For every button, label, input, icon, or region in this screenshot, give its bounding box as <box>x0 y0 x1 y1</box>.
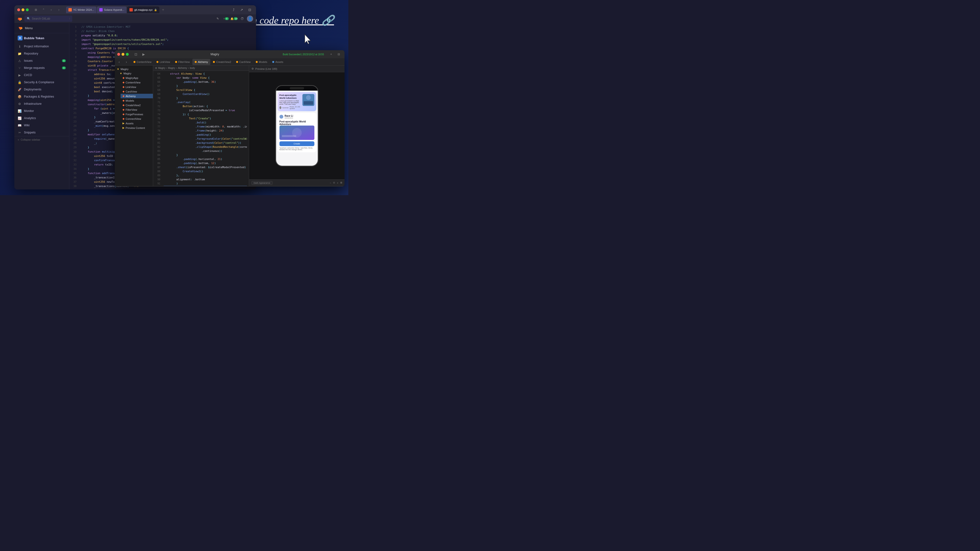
file-tree-filterview[interactable]: ◆ FilterView <box>121 107 153 112</box>
xcode-add-btn[interactable]: + <box>328 52 334 57</box>
xcode-tab-cardview[interactable]: CardView <box>234 59 253 65</box>
sidebar-item-infrastructure[interactable]: ⚙ Infrastructure <box>14 100 69 107</box>
new-tab-btn[interactable]: + <box>160 7 167 12</box>
sidebar-item-wiki[interactable]: 📖 Wiki <box>14 122 69 129</box>
xcode-minimize-btn[interactable] <box>121 53 124 56</box>
dark-appearance-button[interactable]: Dark Appearance <box>251 181 272 185</box>
file-tree-createview2[interactable]: ◆ CreateView2 <box>121 103 153 107</box>
file-tree-contentview[interactable]: ◆ ContentView <box>121 80 153 85</box>
tab-overview-btn[interactable]: ⊡ <box>247 6 253 13</box>
gitlab-logo-icon <box>17 16 22 21</box>
preview-card-1-text: Post-apocalyptic World Adventure I once … <box>280 94 301 109</box>
tab-solana[interactable]: Solana Hyperdi... <box>97 6 127 13</box>
file-tree-models[interactable]: ◆ Models <box>121 98 153 103</box>
sidebar-item-merge-requests[interactable]: ⑂ Merge requests 0 <box>14 64 69 71</box>
tab-yc[interactable]: YC Winter 2024... <box>66 6 96 13</box>
xcode-tab-createview2[interactable]: CreateView2 <box>210 59 234 65</box>
minimize-button[interactable] <box>22 8 24 11</box>
project-initial-text: B <box>19 37 21 40</box>
zoom-minus-btn[interactable]: － <box>329 181 332 185</box>
xcode-tab-filterview[interactable]: FilterView <box>173 59 192 65</box>
xcode-tab-models[interactable]: Models <box>253 59 270 65</box>
xcode-close-btn[interactable] <box>117 53 120 56</box>
sidebar-item-project-information[interactable]: ℹ Project information <box>14 43 69 50</box>
card-2-author: Race Li <box>285 114 293 117</box>
clock-btn[interactable]: ⏱ <box>239 15 245 22</box>
sidebar-item-deployments[interactable]: 🚀 Deployments <box>14 86 69 93</box>
file-tree-assets-folder[interactable]: ▶ Assets <box>121 121 153 125</box>
card-2-date: 08/08/2023 <box>285 117 293 119</box>
tab-yc-label: YC Winter 2024... <box>73 8 94 11</box>
file-tree-cardview[interactable]: ◆ CardView <box>121 89 153 94</box>
magiryapp-swift-icon: ◆ <box>123 76 124 79</box>
close-button[interactable] <box>17 8 20 11</box>
create-button[interactable]: Create <box>280 141 314 146</box>
menu-label[interactable]: Menu <box>25 26 33 30</box>
file-tree-forgepreviews-label: ForgePreviews <box>126 113 143 116</box>
xcode-tab-linkview-label: LinkView <box>159 60 170 64</box>
alchemy-swift-icon: ◆ <box>123 94 124 98</box>
maximize-button[interactable] <box>26 8 29 11</box>
sidebar-item-issues[interactable]: ⚠ Issues 0 <box>14 57 69 64</box>
search-gitlab-input[interactable]: 🔍 Search GitLab / <box>24 16 72 22</box>
preview-settings-icon[interactable]: ⚙ <box>251 67 254 70</box>
xcode-maximize-btn[interactable] <box>126 53 129 56</box>
file-tree-forgepreviews[interactable]: ◆ ForgePreviews <box>121 112 153 116</box>
collapse-sidebar-btn[interactable]: « Collapse sidebar <box>14 136 69 143</box>
models-swift-icon: ◆ <box>123 99 124 102</box>
xcode-back-btn[interactable]: ‹ <box>116 60 123 64</box>
zoom-fit-btn[interactable]: ⊙ <box>333 181 335 185</box>
create-btn[interactable]: ✎ <box>215 15 221 22</box>
xcode-run-btn[interactable]: ▶ <box>140 52 147 57</box>
sidebar-toggle-btn[interactable]: ⊞ <box>33 7 39 12</box>
file-tree-magiryapp[interactable]: ◆ MagiryApp <box>121 76 153 80</box>
xcode-fwd-btn[interactable]: › <box>123 60 130 64</box>
expand-btn[interactable]: ⌃ <box>40 7 47 12</box>
xcode-tab-assets-label: Assets <box>275 60 283 64</box>
sidebar-item-snippets[interactable]: ✂ Snippets <box>14 129 69 136</box>
sidebar-item-packages-registries[interactable]: 📦 Packages & Registries <box>14 93 69 100</box>
xcode-tab-assets[interactable]: Assets <box>270 59 286 65</box>
zoom-actual-btn[interactable]: ⊞ <box>340 181 342 185</box>
forward-btn[interactable]: › <box>56 7 62 12</box>
breadcrumb-icon: ⚙ <box>155 67 157 69</box>
preview-card-1: Post-apocalyptic World Adventure I once … <box>278 92 316 111</box>
sidebar-item-monitor[interactable]: 📊 Monitor <box>14 107 69 114</box>
xcode-titlebar: ⊡ ▶ Magiry Build Succeeded | 2023/10/12 … <box>115 50 345 58</box>
xcode-tab-alchemy[interactable]: Alchemy <box>192 59 210 65</box>
preview-content: Post-apocalyptic World Adventure I once … <box>249 72 345 179</box>
tab-gitlab[interactable]: git.magipop.xyz 🔒 <box>127 6 159 13</box>
tab-favicon-yc <box>68 8 72 11</box>
zoom-plus-btn[interactable]: ＋ <box>336 181 339 185</box>
share-btn[interactable]: ↗ <box>238 6 245 13</box>
file-tree-connectview[interactable]: ◆ ConnectView <box>121 116 153 121</box>
xcode-inspector-btn[interactable]: ⊟ <box>336 52 342 57</box>
xcode-tab-contentview[interactable]: ContentView <box>131 59 154 65</box>
file-tree-models-label: Models <box>126 99 134 102</box>
file-tree-magiry-folder[interactable]: ▼ Magiry <box>118 71 153 76</box>
sidebar-label-packages: Packages & Registries <box>24 95 54 98</box>
notifications-btn[interactable]: 🔔 10 <box>231 15 237 22</box>
sidebar-item-security-compliance[interactable]: 🔒 Security & Compliance <box>14 79 69 86</box>
bookmark-btn[interactable]: ⤴ <box>230 6 237 13</box>
sidebar-item-cicd[interactable]: ▶ CI/CD <box>14 71 69 79</box>
sidebar-item-repository[interactable]: 📁 Repository <box>14 50 69 57</box>
file-tree-root[interactable]: ▼ Magiry <box>115 67 153 71</box>
back-btn[interactable]: ‹ <box>48 7 54 12</box>
merge-requests-btn[interactable]: ⑂ 0 <box>223 15 229 22</box>
file-tree-alchemy[interactable]: ◆ Alchemy <box>121 94 153 98</box>
filterview-swift-icon: ◆ <box>123 108 124 111</box>
iphone-notch-pill <box>290 87 304 89</box>
deployments-icon: 🚀 <box>18 87 22 91</box>
xcode-toolbar: ‹ › ContentView LinkView FilterView Alch… <box>115 58 345 65</box>
sidebar-label-analytics: Analytics <box>24 116 36 120</box>
sidebar-item-analytics[interactable]: 📈 Analytics <box>14 114 69 122</box>
xcode-tab-linkview[interactable]: LinkView <box>154 59 172 65</box>
card-2-image-svg <box>280 125 314 140</box>
xcode-build-status: Build Succeeded | 2023/10/12 at 18:55 <box>283 53 324 56</box>
file-tree-preview-content[interactable]: ▶ Preview Content <box>121 125 153 130</box>
user-avatar[interactable]: 👤 <box>247 16 253 22</box>
xcode-panel-toggle[interactable]: ⊡ <box>132 52 139 57</box>
file-tree-linkview[interactable]: ◆ LinkView <box>121 85 153 89</box>
packages-icon: 📦 <box>18 95 22 98</box>
